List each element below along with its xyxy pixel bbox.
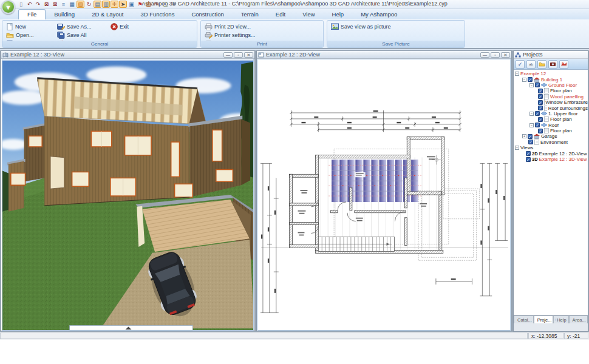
- tree-item-wood-panelling[interactable]: ✓ Wood panelling: [514, 94, 588, 99]
- dimension-chain-icon[interactable]: ⊠: [51, 1, 59, 8]
- cursor-icon[interactable]: ➤: [119, 1, 127, 8]
- board-icon[interactable]: ▧: [145, 1, 152, 8]
- redo-icon[interactable]: ↷: [34, 1, 42, 8]
- collapse-icon[interactable]: −: [529, 123, 534, 127]
- view2d-titlebar[interactable]: Example 12 : 2D-View — ▫ ✕: [257, 51, 511, 59]
- minimize-button[interactable]: —: [223, 52, 233, 58]
- camera-icon[interactable]: [548, 60, 557, 69]
- tree-item-example-12[interactable]: − Example 12: [514, 71, 588, 76]
- save-view-as-picture-button[interactable]: Save view as picture: [331, 22, 391, 30]
- save-all-button[interactable]: Save All: [57, 31, 87, 39]
- checkbox[interactable]: ✓: [535, 83, 540, 87]
- tree-item-ground-floor[interactable]: − ✓ Ground Floor: [514, 83, 588, 88]
- collapse-icon[interactable]: −: [529, 83, 534, 87]
- tab-projects[interactable]: Proje...: [534, 315, 553, 323]
- lines-icon[interactable]: ≡: [60, 1, 67, 8]
- new-button[interactable]: New: [6, 22, 26, 30]
- tree-item-floor-plan-3[interactable]: ✓ Floor plan: [514, 128, 588, 133]
- columns-icon[interactable]: ▥: [102, 1, 110, 8]
- apply-check-icon[interactable]: ✓: [516, 60, 525, 69]
- view3d-canvas[interactable]: [2, 59, 254, 331]
- checkbox[interactable]: ✓: [535, 111, 540, 116]
- image-icon[interactable]: ▨: [77, 1, 84, 8]
- tab-edit[interactable]: Edit: [267, 10, 294, 19]
- tab-terrain[interactable]: Terrain: [233, 10, 267, 19]
- expand-icon[interactable]: +: [522, 134, 526, 138]
- restore-button[interactable]: ▫: [491, 52, 500, 58]
- checkbox[interactable]: ✓: [528, 140, 533, 144]
- exit-button[interactable]: Exit: [111, 22, 129, 30]
- tree-item-environment[interactable]: ✓ Environment: [514, 140, 588, 145]
- view3d-slider[interactable]: [70, 325, 193, 330]
- checkbox[interactable]: ✓: [526, 157, 531, 162]
- view2d-canvas[interactable]: [257, 59, 511, 331]
- open-button[interactable]: Open...: [6, 31, 34, 39]
- tools-icon[interactable]: ✛: [111, 1, 118, 8]
- tree-item-window-embrasure[interactable]: ✓ Window Embrasure: [514, 99, 588, 105]
- tab-construction[interactable]: Construction: [183, 10, 232, 19]
- close-button[interactable]: ✕: [244, 52, 253, 58]
- tab-help[interactable]: ? Help: [553, 315, 569, 323]
- toolbar-overflow-icon[interactable]: ▾: [170, 1, 178, 8]
- checkbox[interactable]: ✓: [538, 100, 543, 105]
- project-tree-icon: [515, 52, 521, 58]
- copy-view-icon[interactable]: ▣: [128, 1, 135, 8]
- close-button[interactable]: ✕: [501, 52, 510, 58]
- collapse-icon[interactable]: −: [529, 112, 534, 116]
- printer-settings-button[interactable]: Printer settings...: [205, 31, 256, 39]
- minimize-button[interactable]: —: [480, 52, 489, 58]
- tab-view[interactable]: View: [294, 10, 323, 19]
- tab-3d-functions[interactable]: 3D Functions: [132, 10, 183, 19]
- tab-building[interactable]: Building: [46, 10, 83, 19]
- tree-item-3d-view[interactable]: ✓ 3D Example 12 : 3D-View: [514, 157, 588, 162]
- layers-icon[interactable]: ▤: [94, 1, 101, 8]
- checkbox[interactable]: ✓: [528, 134, 533, 139]
- checkbox[interactable]: ✓: [526, 151, 531, 156]
- rename-icon[interactable]: ab: [526, 60, 536, 69]
- new-document-icon[interactable]: ▯: [17, 1, 25, 8]
- tree-item-floor-plan-2[interactable]: ✓ Floor plan: [514, 116, 588, 122]
- collapse-icon[interactable]: −: [515, 72, 519, 76]
- table-icon[interactable]: ▦: [68, 1, 76, 8]
- flag-icon[interactable]: ⚑: [136, 1, 144, 8]
- tree-item-garage[interactable]: + ✓ Garage: [514, 133, 588, 139]
- tree-item-floor-plan-1[interactable]: ✓ Floor plan: [514, 88, 588, 93]
- open-project-folder-icon[interactable]: [537, 60, 546, 69]
- workspace: Example 12 : 3D-View — ▫ ✕: [0, 50, 589, 332]
- tree-item-2d-view[interactable]: ✓ 2D Example 12 : 2D-View: [514, 150, 588, 156]
- tree-item-roof[interactable]: − ✓ Roof: [514, 123, 588, 128]
- project-view-icon[interactable]: [559, 60, 568, 69]
- checkbox[interactable]: ✓: [538, 129, 543, 133]
- tab-help[interactable]: Help: [324, 10, 353, 19]
- collapse-icon[interactable]: −: [515, 146, 519, 150]
- checkbox[interactable]: ✓: [538, 94, 543, 99]
- tree-item-upper-floor[interactable]: − ✓ 1. Upper floor: [514, 111, 588, 116]
- tab-file[interactable]: File: [18, 9, 46, 19]
- dimension-icon[interactable]: ⊠: [43, 1, 50, 8]
- pen-icon[interactable]: ✎: [153, 1, 161, 8]
- checkbox[interactable]: ✓: [538, 106, 543, 110]
- undo-icon[interactable]: ↶: [26, 1, 33, 8]
- print-2d-view-button[interactable]: Print 2D view...: [205, 22, 251, 30]
- checkbox[interactable]: ✓: [535, 123, 540, 127]
- restore-button[interactable]: ▫: [234, 52, 243, 58]
- tab-catalog[interactable]: Catal...: [514, 315, 534, 323]
- collapse-icon[interactable]: −: [522, 78, 526, 82]
- page-icon: [534, 140, 539, 145]
- tab-my-ashampoo[interactable]: My Ashampoo: [352, 10, 406, 19]
- application-menu-button[interactable]: ▼: [1, 0, 15, 14]
- panel-resize-strip[interactable]: [514, 323, 588, 331]
- tree-item-views[interactable]: − Views: [514, 145, 588, 150]
- save-as-button[interactable]: Save As...: [57, 22, 92, 30]
- view3d-titlebar[interactable]: Example 12 : 3D-View — ▫ ✕: [1, 51, 254, 59]
- arc-icon[interactable]: ↻: [85, 1, 93, 8]
- tab-area[interactable]: Area...: [569, 315, 588, 323]
- tree-item-roof-surroundings[interactable]: ✓ Roof surroundings: [514, 105, 588, 110]
- tree-item-building-1[interactable]: − ✓ Building 1: [514, 76, 588, 82]
- checkbox[interactable]: ✓: [538, 89, 543, 93]
- tab-2d-layout[interactable]: 2D & Layout: [83, 10, 132, 19]
- clipboard-icon[interactable]: ▢: [162, 1, 169, 8]
- checkbox[interactable]: ✓: [528, 77, 533, 82]
- save-as-icon: [57, 23, 65, 30]
- checkbox[interactable]: ✓: [538, 117, 543, 122]
